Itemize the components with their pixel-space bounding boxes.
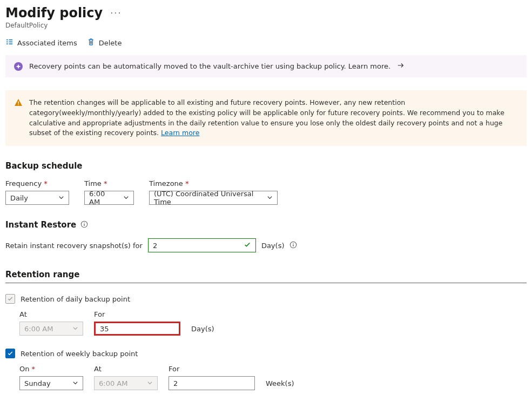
chevron-down-icon bbox=[72, 379, 78, 387]
time-value: 6:00 AM bbox=[89, 190, 118, 206]
associated-items-label: Associated items bbox=[17, 39, 77, 47]
trash-icon bbox=[87, 38, 95, 48]
timezone-value: (UTC) Coordinated Universal Time bbox=[154, 190, 261, 206]
daily-for-value: 35 bbox=[100, 325, 109, 333]
weekly-suffix: Week(s) bbox=[266, 379, 294, 390]
frequency-label: Frequency bbox=[5, 179, 69, 188]
weekly-for-input[interactable]: 2 bbox=[169, 376, 255, 390]
rocket-icon bbox=[14, 62, 23, 71]
weekly-retention-label: Retention of weekly backup point bbox=[21, 350, 138, 358]
timezone-label: Timezone bbox=[149, 179, 278, 188]
weekly-at-value: 6:00 AM bbox=[99, 379, 127, 387]
warning-text: The retention changes will be applicable… bbox=[29, 98, 504, 137]
page-header: Modify policy ··· DefaultPolicy bbox=[5, 5, 527, 29]
instant-restore-value: 2 bbox=[153, 242, 157, 250]
chevron-down-icon bbox=[267, 194, 273, 202]
time-label: Time bbox=[84, 179, 134, 188]
frequency-value: Daily bbox=[10, 194, 28, 202]
info-icon[interactable] bbox=[289, 241, 297, 250]
instant-restore-input[interactable]: 2 bbox=[148, 238, 256, 252]
timezone-select[interactable]: (UTC) Coordinated Universal Time bbox=[149, 191, 278, 205]
daily-for-label: For bbox=[94, 310, 180, 318]
page-subtitle: DefaultPolicy bbox=[5, 22, 527, 29]
warning-icon bbox=[14, 98, 23, 138]
delete-label: Delete bbox=[99, 39, 122, 47]
weekly-on-label: On bbox=[19, 365, 83, 373]
daily-for-input[interactable]: 35 bbox=[94, 322, 180, 336]
chevron-down-icon bbox=[58, 194, 64, 202]
archive-tier-banner: Recovery points can be automatically mov… bbox=[5, 55, 527, 77]
backup-schedule-heading: Backup schedule bbox=[5, 161, 527, 171]
arrow-right-icon[interactable] bbox=[397, 62, 405, 71]
daily-at-label: At bbox=[19, 310, 83, 318]
warning-learn-more-link[interactable]: Learn more bbox=[161, 129, 199, 137]
list-icon bbox=[5, 38, 14, 48]
time-select[interactable]: 6:00 AM bbox=[84, 191, 134, 205]
divider bbox=[5, 283, 527, 283]
more-actions-icon[interactable]: ··· bbox=[110, 8, 122, 18]
retention-warning: The retention changes will be applicable… bbox=[5, 90, 527, 146]
banner-text: Recovery points can be automatically mov… bbox=[29, 62, 390, 70]
daily-retention-label: Retention of daily backup point bbox=[21, 295, 130, 303]
daily-at-value: 6:00 AM bbox=[24, 325, 53, 333]
weekly-retention-checkbox[interactable] bbox=[5, 349, 15, 358]
frequency-select[interactable]: Daily bbox=[5, 191, 69, 205]
retention-range-heading: Retention range bbox=[5, 270, 527, 279]
toolbar: Associated items Delete bbox=[5, 38, 527, 48]
chevron-down-icon bbox=[72, 325, 78, 333]
svg-point-10 bbox=[84, 222, 85, 223]
daily-at-select: 6:00 AM bbox=[19, 322, 83, 336]
instant-restore-heading: Instant Restore bbox=[5, 220, 76, 230]
page-title: Modify policy bbox=[5, 5, 103, 21]
weekly-for-value: 2 bbox=[173, 379, 178, 387]
associated-items-button[interactable]: Associated items bbox=[5, 38, 77, 48]
checkmark-icon bbox=[244, 241, 251, 250]
delete-button[interactable]: Delete bbox=[87, 38, 122, 48]
chevron-down-icon bbox=[123, 194, 129, 202]
daily-suffix: Day(s) bbox=[191, 325, 214, 336]
info-icon[interactable] bbox=[80, 220, 88, 230]
weekly-for-label: For bbox=[169, 365, 255, 373]
daily-retention-checkbox bbox=[5, 294, 15, 304]
weekly-at-label: At bbox=[94, 365, 158, 373]
weekly-on-select[interactable]: Sunday bbox=[19, 376, 83, 390]
chevron-down-icon bbox=[147, 379, 153, 387]
weekly-at-select: 6:00 AM bbox=[94, 376, 158, 390]
instant-restore-label: Retain instant recovery snapshot(s) for bbox=[5, 242, 143, 250]
svg-point-13 bbox=[293, 243, 294, 244]
weekly-on-value: Sunday bbox=[24, 379, 51, 387]
instant-restore-suffix: Day(s) bbox=[261, 242, 285, 250]
